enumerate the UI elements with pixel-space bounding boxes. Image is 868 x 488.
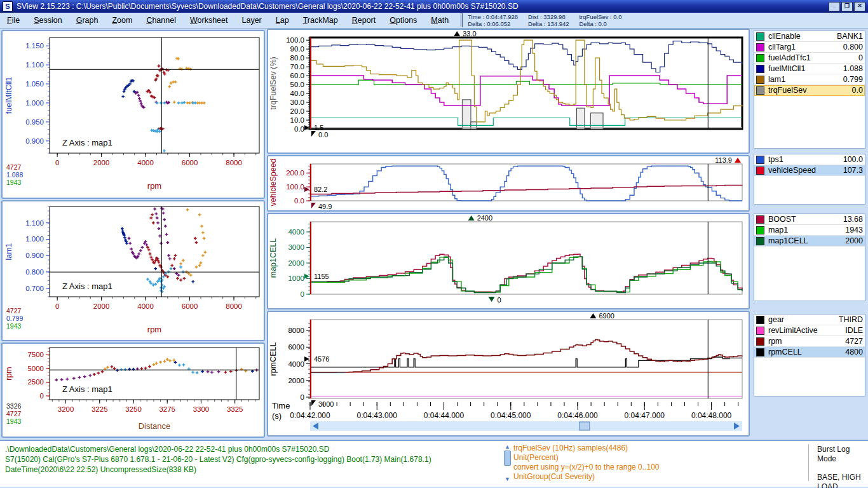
channel-label: fuelAddTfc1	[768, 53, 858, 62]
channel-info-scrollbar[interactable]: ▲ ▼	[504, 444, 511, 482]
map1cell-chart[interactable]: 01000200030004000240001155map1CELL	[268, 214, 749, 308]
channel-value: 100.0	[843, 155, 863, 164]
close-button[interactable]: ✕	[854, 2, 865, 11]
menu-item-report[interactable]: Report	[345, 14, 383, 27]
channel-label: lam1	[768, 75, 843, 84]
menu-bar: FileSessionGraphZoomChannelWorksheetLaye…	[0, 13, 868, 29]
log-mode-line: BASE, HIGH LOAD	[817, 473, 868, 488]
legend-row-map1CELL[interactable]: map1CELL2000	[754, 236, 865, 247]
svg-text:3000: 3000	[318, 400, 334, 408]
menu-item-lap[interactable]: Lap	[269, 14, 296, 27]
svg-text:0:04:43.000: 0:04:43.000	[357, 411, 398, 420]
svg-text:trqFuelSev (%): trqFuelSev (%)	[269, 57, 278, 109]
svg-text:4000: 4000	[288, 360, 304, 368]
channel-color-swatch	[756, 327, 764, 335]
trqfuelsev-panel[interactable]: 0.010.020.030.040.050.060.070.080.090.01…	[267, 29, 750, 154]
svg-text:100.0: 100.0	[286, 36, 304, 44]
legend-row-gear[interactable]: gearTHIRD	[754, 315, 865, 325]
svg-text:4727: 4727	[6, 307, 22, 315]
svg-text:0:04:47.000: 0:04:47.000	[625, 411, 665, 420]
rpmcell-chart[interactable]: 02000400060008000690045763000rpmCELLTime…	[268, 312, 749, 435]
cursor-status-column: Time : 0:04:47.928Delta : 0:06.052	[468, 13, 518, 28]
menu-item-options[interactable]: Options	[383, 14, 424, 27]
legend-row-tps1[interactable]: tps1100.0	[754, 154, 865, 165]
svg-text:1943: 1943	[6, 179, 22, 186]
menu-item-session[interactable]: Session	[27, 14, 69, 27]
scroll-thumb[interactable]	[504, 451, 511, 466]
legend-row-rpmCELL[interactable]: rpmCELL4800	[754, 347, 865, 358]
svg-text:rpm: rpm	[4, 367, 13, 381]
menubar-status: Time : 0:04:47.928Delta : 0:06.052Dist :…	[461, 13, 621, 28]
svg-text:0:04:46.000: 0:04:46.000	[557, 411, 598, 420]
legend-group-3: BOOST13.68map11943map1CELL2000	[754, 214, 865, 301]
channel-info-line: trqFuelSev (10Hz) samples(4486)	[513, 444, 659, 453]
rpmcell-panel[interactable]: 02000400060008000690045763000rpmCELLTime…	[267, 311, 750, 437]
sview-window: S SView 2.15.223 : C:\Users\Public\Docum…	[0, 0, 868, 488]
svg-text:0.799: 0.799	[6, 315, 23, 322]
legend-row-lam1[interactable]: lam10.799	[754, 74, 865, 85]
svg-text:1.100: 1.100	[25, 61, 44, 69]
svg-text:7500: 7500	[27, 351, 44, 358]
legend-row-rpm[interactable]: rpm4727	[754, 336, 865, 347]
legend-row-trqFuelSev[interactable]: trqFuelSev0.0	[754, 85, 865, 96]
svg-text:map1CELL: map1CELL	[269, 238, 278, 278]
menu-item-channel[interactable]: Channel	[139, 14, 183, 27]
time-scrollbar[interactable]	[310, 421, 742, 431]
legend-row-map1[interactable]: map11943	[754, 225, 865, 236]
log-mode-info: Burst Log Mode BASE, HIGH LOAD	[817, 445, 868, 488]
svg-text:1.150: 1.150	[25, 42, 44, 50]
legend-row-vehicleSpeed[interactable]: vehicleSpeed107.3	[754, 165, 865, 176]
svg-text:1943: 1943	[6, 417, 22, 425]
legend-row-cllEnable[interactable]: cllEnableBANK1	[754, 31, 865, 42]
scroll-down-icon[interactable]: ▼	[504, 477, 511, 482]
scatter-rpm-distance-chart[interactable]: 0250050007500320032253250327533003325rpm…	[3, 344, 264, 437]
scatter-fuelmltcll1-chart[interactable]: 0.9000.9501.0001.0501.1001.1500200040006…	[3, 31, 264, 198]
maximize-button[interactable]: ❐	[841, 2, 853, 11]
svg-text:2000: 2000	[288, 377, 304, 384]
scatter-lam1-panel[interactable]: 0.7000.8000.9001.0001.100020004000600080…	[1, 200, 265, 341]
svg-text:4000: 4000	[288, 228, 304, 236]
svg-text:0.950: 0.950	[25, 118, 44, 126]
scatter-fuelmltcll1-panel[interactable]: 0.9000.9501.0001.0501.1001.1500200040006…	[1, 30, 265, 199]
menu-item-graph[interactable]: Graph	[69, 14, 105, 27]
svg-text:8000: 8000	[288, 327, 304, 334]
time-scroll-thumb[interactable]	[580, 422, 590, 430]
legend-row-revLimitActive[interactable]: revLimitActiveIDLE	[754, 325, 865, 336]
svg-text:0: 0	[301, 290, 304, 298]
scatter-lam1-chart[interactable]: 0.7000.8000.9001.0001.100020004000600080…	[3, 201, 264, 340]
menu-item-file[interactable]: File	[0, 14, 27, 27]
menu-item-layer[interactable]: Layer	[234, 14, 268, 27]
legend-row-fuelMltCll1[interactable]: fuelMltCll11.088	[754, 64, 865, 74]
svg-text:0.900: 0.900	[25, 137, 44, 145]
vehiclespeed-chart[interactable]: 0.0100.0200.082.249.9113.9vehicleSpeed	[268, 156, 749, 210]
legend-row-cllTarg1[interactable]: cllTarg10.800	[754, 42, 865, 53]
svg-text:0:04:45.000: 0:04:45.000	[491, 411, 531, 420]
menu-item-zoom[interactable]: Zoom	[105, 14, 139, 27]
channel-value: 4727	[845, 337, 863, 346]
vehiclespeed-panel[interactable]: 0.0100.0200.082.249.9113.9vehicleSpeed	[267, 155, 750, 212]
svg-text:2000: 2000	[288, 259, 304, 267]
svg-text:Distance: Distance	[139, 421, 171, 431]
svg-text:2000: 2000	[93, 302, 110, 310]
svg-text:0.800: 0.800	[25, 268, 44, 276]
menu-item-math[interactable]: Math	[424, 14, 456, 27]
svg-text:0: 0	[55, 302, 59, 310]
channel-value: 0.799	[843, 75, 863, 84]
svg-text:0.0: 0.0	[318, 131, 328, 139]
legend-group-2: tps1100.0vehicleSpeed107.3	[754, 154, 865, 205]
scroll-up-icon[interactable]: ▲	[504, 444, 511, 450]
map1cell-panel[interactable]: 01000200030004000240001155map1CELL	[267, 213, 750, 309]
channel-label: vehicleSpeed	[768, 166, 843, 175]
channel-color-swatch	[756, 226, 764, 234]
menu-item-trackmap[interactable]: TrackMap	[296, 14, 345, 27]
svg-text:0: 0	[498, 296, 501, 304]
svg-text:3325: 3325	[227, 405, 243, 413]
trqfuelsev-chart[interactable]: 0.010.020.030.040.050.060.070.080.090.01…	[268, 30, 749, 152]
legend-row-BOOST[interactable]: BOOST13.68	[754, 214, 865, 225]
menu-item-worksheet[interactable]: Worksheet	[183, 14, 235, 27]
svg-text:0.0: 0.0	[294, 125, 304, 133]
scatter-rpm-distance-panel[interactable]: 0250050007500320032253250327533003325rpm…	[1, 342, 265, 438]
minimize-button[interactable]: _	[829, 2, 840, 11]
legend-row-fuelAddTfc1[interactable]: fuelAddTfc10	[754, 53, 865, 64]
channel-value: 0.800	[843, 43, 863, 51]
